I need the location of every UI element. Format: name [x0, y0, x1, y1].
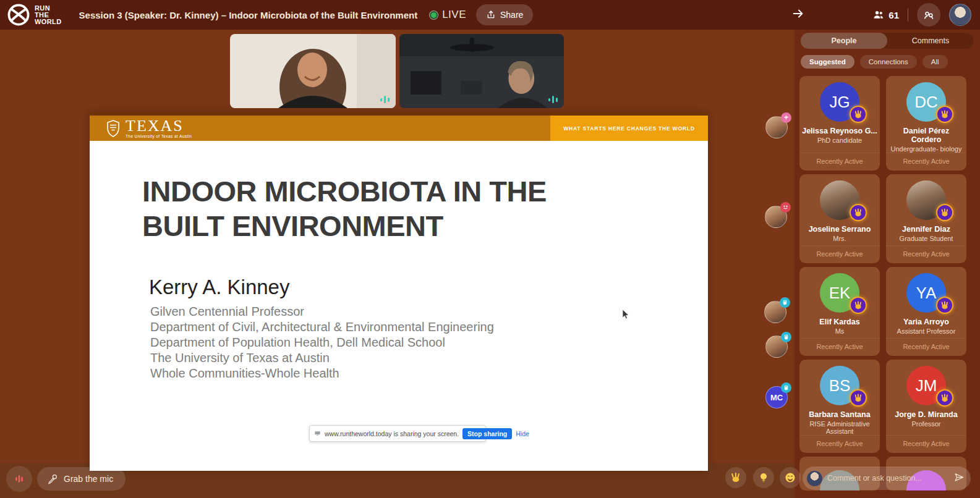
people-grid: JG Jelissa Reynoso G... PhD candidate Re… [795, 69, 980, 491]
connections-button[interactable] [917, 3, 940, 27]
user-avatar[interactable] [949, 4, 971, 26]
person-status: Recently Active [799, 153, 880, 171]
floating-reactor-3[interactable] [764, 301, 786, 323]
hide-notice-link[interactable]: Hide [516, 430, 529, 437]
person-name: Joseline Serrano [806, 225, 874, 234]
person-name: Jennifer Diaz [900, 225, 953, 234]
floating-reactor-2[interactable] [765, 206, 787, 228]
top-bar: RUN THE WORLD Session 3 (Speaker: Dr. Ki… [0, 0, 980, 30]
banner-tagline: WHAT STARTS HERE CHANGES THE WORLD [563, 125, 694, 132]
person-role: Undergraduate- biology [887, 145, 966, 153]
person-status: Recently Active [886, 153, 966, 171]
tab-comments[interactable]: Comments [887, 33, 974, 49]
share-icon [486, 10, 496, 20]
person-status: Recently Active [799, 245, 880, 263]
person-status: Recently Active [799, 338, 880, 356]
screen-share-message: www.runtheworld.today is sharing your sc… [325, 430, 459, 437]
person-card[interactable]: EK Elif Kardas Ms Recently Active [799, 267, 880, 356]
wave-badge-icon [850, 204, 867, 221]
share-button[interactable]: Share [476, 4, 533, 25]
person-role: Ms [832, 327, 848, 335]
person-role: Professor [908, 420, 944, 428]
microphone-icon [47, 473, 58, 484]
person-role: Graduate Student [896, 235, 957, 242]
reaction-badge-clap-icon [780, 297, 790, 308]
topbar-divider [908, 8, 908, 22]
laugh-icon [784, 471, 796, 484]
person-name: Yaria Arroyo [901, 318, 952, 326]
attendee-count[interactable]: 61 [872, 9, 899, 21]
banner-accent: WHAT STARTS HERE CHANGES THE WORLD [550, 116, 708, 141]
filter-connections[interactable]: Connections [860, 55, 917, 69]
speaker-video-tile-1[interactable] [230, 34, 396, 108]
grab-the-mic-button[interactable]: Grab the mic [37, 467, 126, 491]
comment-box [803, 466, 971, 490]
right-sidebar: People Comments Suggested Connections Al… [795, 30, 980, 498]
texas-wordmark-sub: The University of Texas at Austin [126, 134, 192, 138]
person-card[interactable]: DC Daniel Pérez Cordero Undergraduate- b… [886, 76, 966, 171]
person-card[interactable]: JM Jorge D. Miranda Professor Recently A… [886, 360, 966, 453]
person-status: Recently Active [886, 245, 966, 263]
person-card[interactable]: JG Jelissa Reynoso G... PhD candidate Re… [799, 76, 880, 171]
audio-muted-icon [13, 473, 25, 485]
slide-banner: TEXAS The University of Texas at Austin … [90, 112, 708, 141]
connections-icon [922, 9, 935, 21]
ut-shield-icon [106, 120, 121, 137]
person-name: Jelissa Reynoso G... [799, 127, 880, 135]
wave-badge-icon [936, 106, 953, 123]
floating-reactor-5[interactable]: MC [765, 386, 788, 408]
floating-reactor-1[interactable] [765, 116, 788, 138]
lightbulb-reaction-button[interactable] [753, 467, 774, 488]
person-name: Barbara Santana [806, 410, 872, 419]
lightbulb-icon [757, 471, 770, 484]
wave-badge-icon [936, 204, 953, 221]
laugh-reaction-button[interactable] [780, 467, 801, 488]
attendee-count-value: 61 [888, 10, 899, 20]
tab-people[interactable]: People [801, 33, 887, 49]
speaker-name: Kerry A. Kinney [149, 276, 289, 299]
video-frame-person-1 [230, 34, 396, 108]
reaction-badge-sparkle-icon [781, 112, 791, 123]
sidebar-tabs: People Comments [801, 33, 974, 49]
live-dot-icon [430, 11, 438, 19]
university-logo: TEXAS The University of Texas at Austin [90, 116, 192, 141]
floating-reactor-4[interactable] [765, 336, 788, 358]
filter-suggested[interactable]: Suggested [801, 55, 854, 69]
person-card[interactable]: BS Barbara Santana RISE Administrative A… [799, 360, 880, 453]
reaction-badge-clap-icon [781, 332, 791, 342]
send-icon [954, 472, 965, 483]
comment-input[interactable] [827, 474, 949, 483]
session-title: Session 3 (Speaker: Dr. Kinney) – Indoor… [79, 10, 418, 20]
person-name: Elif Kardas [817, 318, 862, 326]
people-icon [872, 9, 885, 21]
clap-icon [730, 471, 742, 484]
person-status: Recently Active [799, 435, 880, 453]
speaker-video-tile-2[interactable] [399, 34, 564, 108]
share-label: Share [500, 10, 523, 20]
send-comment-button[interactable] [954, 472, 965, 485]
wave-badge-icon [850, 106, 867, 123]
slide-title: INDOOR MICROBIOTA IN THE BUILT ENVIRONME… [142, 174, 547, 244]
reaction-badge-laugh-icon [780, 202, 791, 213]
mic-muted-button[interactable] [6, 466, 32, 492]
stop-sharing-button[interactable]: Stop sharing [462, 428, 512, 439]
person-role: PhD candidate [814, 137, 866, 144]
person-role: RISE Administrative Assistant [799, 420, 880, 435]
person-card[interactable]: Jennifer Diaz Graduate Student Recently … [886, 174, 966, 263]
collapse-panel-button[interactable] [791, 7, 805, 23]
person-card[interactable]: Joseline Serrano Mrs. Recently Active [799, 174, 880, 263]
rtw-globe-icon [6, 2, 31, 27]
screen-share-icon [314, 430, 321, 437]
person-card[interactable]: YA Yaria Arroyo Assistant Professor Rece… [886, 267, 966, 356]
person-status: Recently Active [886, 338, 966, 356]
comment-user-avatar [807, 471, 822, 486]
filter-all[interactable]: All [922, 55, 948, 69]
speaker-details: Gilven Centennial Professor Department o… [150, 304, 494, 381]
audio-level-icon [548, 95, 559, 104]
video-frame-person-2 [399, 34, 564, 108]
wave-badge-icon [850, 389, 867, 407]
main-stage: TEXAS The University of Texas at Austin … [0, 30, 980, 498]
clap-reaction-button[interactable] [725, 467, 746, 488]
reaction-badge-clap-icon [781, 382, 791, 393]
logo-text: RUN THE WORLD [35, 5, 62, 25]
